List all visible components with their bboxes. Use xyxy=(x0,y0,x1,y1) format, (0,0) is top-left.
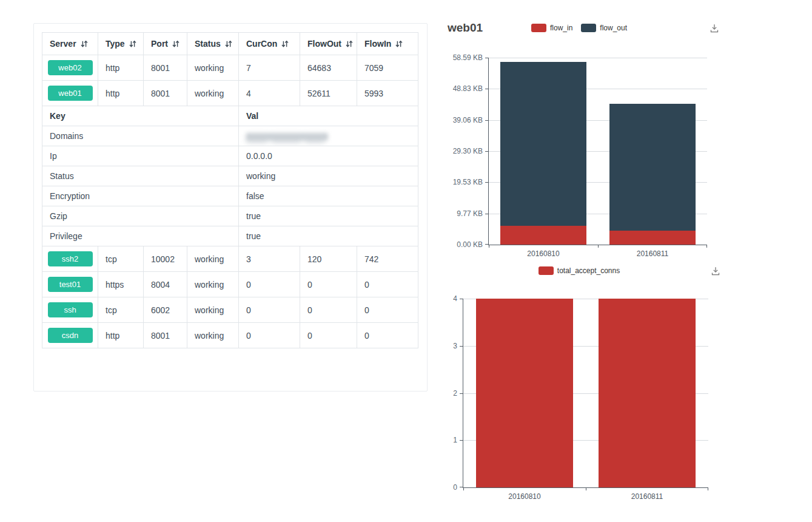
table-cell: working xyxy=(187,81,239,106)
server-name-cell: ssh2 xyxy=(42,246,98,272)
column-header-label: FlowIn xyxy=(364,39,391,49)
y-axis-tick xyxy=(460,440,463,441)
redacted-blob xyxy=(304,135,325,143)
y-axis-label: 29.30 KB xyxy=(453,147,483,155)
server-table: ServerTypePortStatusCurConFlowOutFlowIn … xyxy=(42,32,418,348)
table-cell: 0 xyxy=(357,323,418,348)
table-cell: 0 xyxy=(239,323,300,348)
column-header-label: Status xyxy=(195,39,221,49)
server-row: test01https8004working000 xyxy=(42,272,418,297)
bar-segment-total_accept_conns[interactable] xyxy=(476,299,573,487)
y-axis-label: 1 xyxy=(453,436,457,444)
bar-segment-flow_in[interactable] xyxy=(500,226,586,245)
column-header-port[interactable]: Port xyxy=(144,33,187,55)
legend-swatch xyxy=(531,24,546,32)
kv-key-cell: Domains xyxy=(42,126,239,146)
column-header-flowin[interactable]: FlowIn xyxy=(357,33,418,55)
legend-label: flow_in xyxy=(550,24,572,32)
sort-icon xyxy=(346,40,353,48)
server-button[interactable]: test01 xyxy=(48,277,93,292)
kv-row: Ip0.0.0.0 xyxy=(42,146,418,166)
table-cell: working xyxy=(187,297,239,323)
kv-key-cell: Privilege xyxy=(42,226,239,246)
kv-val-header: Val xyxy=(239,106,418,126)
y-axis-label: 0 xyxy=(453,483,457,492)
column-header-curcon[interactable]: CurCon xyxy=(239,33,300,55)
table-cell: 742 xyxy=(357,246,418,272)
x-axis-label: 20160811 xyxy=(598,249,707,258)
legend: flow_inflow_out xyxy=(437,24,722,32)
kv-row: Gziptrue xyxy=(42,206,418,226)
legend-swatch xyxy=(539,266,554,275)
server-button[interactable]: web02 xyxy=(48,60,93,75)
table-cell: 3 xyxy=(239,246,300,272)
y-axis-tick xyxy=(485,120,488,121)
y-axis-tick xyxy=(460,299,463,299)
table-cell: 7059 xyxy=(357,55,418,81)
bar-segment-total_accept_conns[interactable] xyxy=(599,299,696,487)
table-cell: 0 xyxy=(300,323,357,348)
y-axis-label: 0.00 KB xyxy=(457,240,483,249)
bar-segment-flow_in[interactable] xyxy=(609,231,696,245)
table-cell: 0 xyxy=(239,297,300,323)
sort-icon xyxy=(81,40,88,48)
legend-item-total_accept_conns[interactable]: total_accept_conns xyxy=(539,266,620,275)
x-axis-tick xyxy=(586,487,586,490)
x-axis-tick xyxy=(598,245,599,248)
legend-swatch xyxy=(581,24,596,32)
legend-label: flow_out xyxy=(600,24,627,32)
sort-icon xyxy=(281,40,289,48)
column-header-flowout[interactable]: FlowOut xyxy=(300,33,357,55)
redacted-blob xyxy=(271,135,301,143)
kv-key-cell: Ip xyxy=(42,146,239,166)
y-axis-label: 39.06 KB xyxy=(453,116,483,124)
redacted-blob xyxy=(246,135,268,143)
column-header-status[interactable]: Status xyxy=(187,33,239,55)
kv-key-cell: Gzip xyxy=(42,206,239,226)
column-header-server[interactable]: Server xyxy=(42,33,98,55)
server-button[interactable]: ssh xyxy=(48,302,93,317)
kv-key-cell: Status xyxy=(42,166,239,186)
legend-label: total_accept_conns xyxy=(557,266,620,275)
table-cell: 8004 xyxy=(144,272,187,297)
kv-val-cell: working xyxy=(239,166,418,186)
legend-item-flow_in[interactable]: flow_in xyxy=(531,24,572,32)
x-axis-label: 20160810 xyxy=(463,492,586,501)
column-header-type[interactable]: Type xyxy=(98,33,144,55)
kv-val-cell xyxy=(239,126,418,146)
table-cell: working xyxy=(187,55,239,81)
server-row: ssh2tcp10002working3120742 xyxy=(42,246,418,272)
table-cell: 52611 xyxy=(300,81,357,106)
sort-icon xyxy=(225,40,232,48)
dashboard-page: ServerTypePortStatusCurConFlowOutFlowIn … xyxy=(0,0,812,522)
legend-item-flow_out[interactable]: flow_out xyxy=(581,24,627,32)
server-row: csdnhttp8001working000 xyxy=(42,323,418,348)
table-cell: tcp xyxy=(98,246,144,272)
redacted-value xyxy=(246,133,328,140)
sort-icon xyxy=(129,40,136,48)
table-cell: 0 xyxy=(300,272,357,297)
kv-key-cell: Encryption xyxy=(42,186,239,206)
sort-icon xyxy=(395,40,403,48)
kv-header-row: KeyVal xyxy=(42,106,418,126)
y-axis-label: 9.77 KB xyxy=(457,209,483,218)
kv-row: Domains xyxy=(42,126,418,146)
download-icon[interactable] xyxy=(708,22,720,35)
table-cell: 4 xyxy=(239,81,300,106)
kv-val-cell: false xyxy=(239,186,418,206)
bar-segment-flow_out[interactable] xyxy=(500,62,586,226)
server-button[interactable]: ssh2 xyxy=(48,251,93,266)
download-icon[interactable] xyxy=(710,265,722,277)
table-cell: 10002 xyxy=(144,246,187,272)
kv-row: Statusworking xyxy=(42,166,418,186)
bar-segment-flow_out[interactable] xyxy=(609,104,696,231)
server-button[interactable]: web01 xyxy=(48,86,93,101)
column-header-label: Port xyxy=(151,39,168,49)
column-header-label: Server xyxy=(50,39,76,49)
y-axis-tick xyxy=(485,214,488,214)
table-body: web02http8001working7646837059web01http8… xyxy=(42,55,418,348)
x-axis-label: 20160810 xyxy=(489,249,598,258)
table-cell: 0 xyxy=(357,297,418,323)
server-button[interactable]: csdn xyxy=(48,328,93,343)
x-axis-tick xyxy=(708,487,708,490)
